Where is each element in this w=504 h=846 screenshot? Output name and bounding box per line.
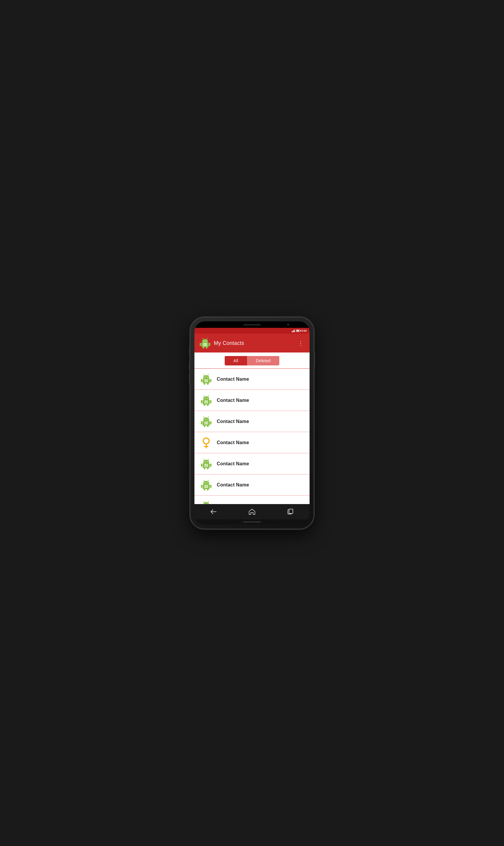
tab-group: All Deleted xyxy=(225,356,280,365)
app-title: My Contacts xyxy=(214,340,244,346)
svg-point-41 xyxy=(205,419,205,419)
svg-rect-35 xyxy=(207,404,209,406)
svg-rect-19 xyxy=(201,379,202,382)
contact-name: Contact Name xyxy=(217,419,249,424)
svg-point-82 xyxy=(203,502,209,504)
svg-rect-45 xyxy=(201,421,202,425)
contact-avatar xyxy=(200,436,213,449)
svg-line-31 xyxy=(208,395,209,397)
speaker-grille xyxy=(243,324,261,325)
svg-point-15 xyxy=(205,377,205,377)
phone-screen: 3:53 xyxy=(194,321,310,525)
contact-name: Contact Name xyxy=(217,461,249,467)
svg-rect-63 xyxy=(204,467,205,469)
recents-icon[interactable] xyxy=(285,506,296,518)
tab-all[interactable]: All xyxy=(225,356,247,365)
contact-item[interactable]: Contact Name xyxy=(194,390,310,411)
svg-line-30 xyxy=(203,395,204,397)
svg-point-1 xyxy=(202,339,208,344)
home-icon[interactable] xyxy=(246,506,258,518)
contact-item[interactable]: Contact Name xyxy=(194,496,310,504)
bottom-nav xyxy=(194,504,310,519)
svg-rect-8 xyxy=(203,347,204,349)
svg-line-44 xyxy=(208,416,209,418)
contact-avatar xyxy=(200,373,213,386)
contact-avatar xyxy=(200,479,213,491)
svg-rect-74 xyxy=(201,485,202,488)
svg-line-4 xyxy=(202,338,203,339)
svg-rect-33 xyxy=(210,400,212,403)
bottom-home-bar xyxy=(194,519,310,525)
svg-line-60 xyxy=(208,459,209,460)
svg-point-2 xyxy=(203,341,204,341)
svg-line-86 xyxy=(208,501,209,502)
svg-line-59 xyxy=(203,459,204,460)
svg-rect-48 xyxy=(207,425,209,427)
phone-device: 3:53 xyxy=(190,317,314,529)
status-bar: 3:53 xyxy=(194,328,310,334)
top-hardware-bar xyxy=(194,321,310,328)
signal-bar-3 xyxy=(293,330,294,332)
home-pill xyxy=(243,521,261,523)
svg-rect-46 xyxy=(210,421,212,425)
svg-rect-32 xyxy=(201,400,202,403)
battery-icon xyxy=(296,329,300,332)
svg-point-57 xyxy=(205,461,205,462)
svg-rect-22 xyxy=(207,383,209,385)
svg-line-17 xyxy=(203,374,204,375)
svg-line-5 xyxy=(207,338,208,339)
contacts-list[interactable]: Contact Name xyxy=(194,368,310,504)
signal-bar-2 xyxy=(292,331,293,332)
battery-fill xyxy=(296,330,299,331)
svg-point-70 xyxy=(205,482,205,483)
svg-rect-7 xyxy=(209,343,210,346)
svg-point-42 xyxy=(207,419,208,419)
svg-point-56 xyxy=(203,460,209,464)
app-bar: My Contacts ⋮ xyxy=(194,334,310,353)
contact-name: Contact Name xyxy=(217,398,249,403)
svg-rect-75 xyxy=(210,485,212,488)
svg-line-72 xyxy=(203,480,204,481)
svg-point-16 xyxy=(207,377,208,377)
status-time: 3:53 xyxy=(301,329,307,332)
contact-item[interactable]: Contact Name xyxy=(194,368,310,390)
tab-bar: All Deleted xyxy=(194,353,310,368)
android-logo-icon xyxy=(199,337,212,349)
contact-item[interactable]: Contact Name xyxy=(194,411,310,432)
contact-name: Contact Name xyxy=(217,440,249,445)
contact-item[interactable]: Contact Name xyxy=(194,474,310,496)
signal-bar-4 xyxy=(294,329,295,332)
screen-content: All Deleted xyxy=(194,353,310,504)
svg-rect-20 xyxy=(210,379,212,382)
svg-rect-61 xyxy=(201,464,202,467)
contact-name: Contact Name xyxy=(217,482,249,488)
svg-point-71 xyxy=(207,482,208,483)
svg-rect-34 xyxy=(204,404,205,406)
svg-point-40 xyxy=(203,417,209,422)
svg-rect-64 xyxy=(207,467,209,469)
contact-item[interactable]: Contact Name xyxy=(194,432,310,453)
svg-point-3 xyxy=(205,341,206,341)
more-options-icon[interactable]: ⋮ xyxy=(296,340,305,347)
contact-item[interactable]: Contact Name xyxy=(194,453,310,474)
svg-rect-47 xyxy=(204,425,205,427)
tab-deleted[interactable]: Deleted xyxy=(247,356,279,365)
svg-point-14 xyxy=(203,375,209,380)
svg-line-85 xyxy=(203,501,204,502)
svg-rect-9 xyxy=(206,347,208,349)
back-arrow-icon[interactable] xyxy=(208,506,219,518)
svg-point-28 xyxy=(205,398,205,398)
svg-rect-6 xyxy=(200,343,201,346)
status-right-group: 3:53 xyxy=(292,329,307,332)
signal-icon xyxy=(292,329,295,332)
svg-rect-98 xyxy=(289,509,293,514)
svg-line-73 xyxy=(208,480,209,481)
contact-name: Contact Name xyxy=(217,377,249,382)
svg-point-69 xyxy=(203,481,209,486)
svg-rect-76 xyxy=(204,488,205,490)
contact-avatar xyxy=(200,415,213,428)
svg-rect-62 xyxy=(210,464,212,467)
contact-avatar xyxy=(200,457,213,470)
signal-bar-1 xyxy=(292,331,292,332)
svg-point-52 xyxy=(203,438,209,444)
